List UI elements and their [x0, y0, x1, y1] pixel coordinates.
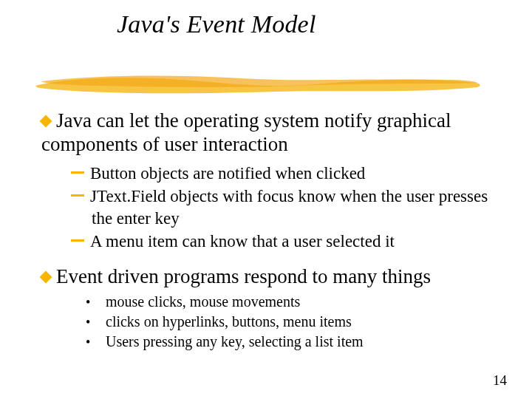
- sub-bullet-1b: JText.Field objects with focus know when…: [71, 185, 492, 229]
- bullet-main-1: Java can let the operating system notify…: [41, 109, 492, 157]
- bullet-main-2-text: Event driven programs respond to many th…: [56, 265, 431, 287]
- dash-bullet-icon: [71, 239, 84, 242]
- slide-title: Java's Event Model: [117, 10, 316, 38]
- diamond-bullet-icon: [40, 115, 52, 128]
- page-number: 14: [493, 372, 507, 389]
- sub-bullet-1c: A menu item can know that a user selecte…: [71, 231, 492, 252]
- sub-bullet-2a-text: mouse clicks, mouse movements: [106, 293, 300, 310]
- slide-body: Java can let the operating system notify…: [41, 109, 492, 352]
- sub-bullet-2c-text: Users pressing any key, selecting a list…: [106, 333, 364, 349]
- title-underline-brush: [34, 71, 483, 96]
- sub-bullet-2a: •mouse clicks, mouse movements: [99, 292, 492, 312]
- sub-bullet-2b: •clicks on hyperlinks, buttons, menu ite…: [99, 312, 492, 332]
- sub-bullet-2c: •Users pressing any key, selecting a lis…: [99, 332, 492, 352]
- dash-bullet-icon: [71, 194, 84, 197]
- sub-bullet-group-1: Button objects are notified when clicked…: [71, 163, 492, 253]
- dash-bullet-icon: [71, 171, 84, 174]
- sub-bullet-group-2: •mouse clicks, mouse movements •clicks o…: [99, 292, 492, 352]
- sub-bullet-1a-text: Button objects are notified when clicked: [90, 164, 365, 183]
- sub-bullet-1a: Button objects are notified when clicked: [71, 163, 492, 184]
- bullet-main-2: Event driven programs respond to many th…: [41, 265, 492, 289]
- bullet-main-1-text: Java can let the operating system notify…: [41, 109, 451, 155]
- sub-bullet-2b-text: clicks on hyperlinks, buttons, menu item…: [106, 313, 352, 330]
- diamond-bullet-icon: [40, 271, 52, 284]
- sub-bullet-1c-text: A menu item can know that a user selecte…: [90, 232, 395, 250]
- slide: Java's Event Model Java can let the oper…: [0, 0, 532, 399]
- sub-bullet-1b-text: JText.Field objects with focus know when…: [90, 187, 488, 227]
